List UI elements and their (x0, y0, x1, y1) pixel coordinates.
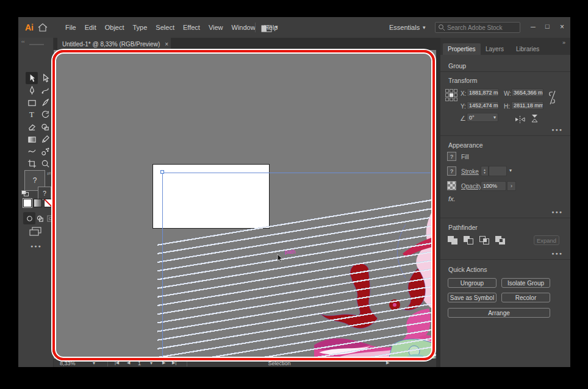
striped-artwork[interactable] (157, 183, 436, 359)
panel-expand-icon[interactable]: » (562, 40, 565, 46)
first-artboard-icon[interactable]: |◀ (115, 360, 119, 365)
y-value-field[interactable]: 1452,474 m (467, 101, 499, 110)
flip-horizontal-icon[interactable] (515, 115, 525, 126)
maximize-button[interactable]: □ (545, 23, 550, 30)
toolbar-more-icon[interactable]: ●●● (30, 244, 42, 248)
link-dimensions-icon[interactable] (548, 89, 557, 109)
paintbrush-tool[interactable] (39, 96, 51, 109)
w-value-field[interactable]: 3654,366 m (511, 88, 543, 97)
home-icon[interactable] (38, 23, 48, 34)
canvas[interactable]: path (54, 50, 436, 359)
menu-object[interactable]: Object (101, 24, 129, 31)
pathfinder-minus-front-button[interactable] (464, 236, 474, 245)
reference-point-selector[interactable] (445, 89, 457, 101)
collapse-panel-icon[interactable]: ‹‹ (21, 39, 24, 45)
save-as-symbol-button[interactable]: Save as Symbol (448, 293, 497, 302)
menu-select[interactable]: Select (151, 24, 179, 31)
artboard-number[interactable]: 1 (138, 360, 141, 366)
tab-properties[interactable]: Properties (443, 43, 481, 55)
opacity-swatch[interactable] (447, 181, 456, 190)
stroke-label[interactable]: Stroke (461, 168, 479, 175)
stroke-weight-chevron-icon[interactable]: ▾ (509, 168, 512, 173)
arrange-documents-chevron-icon[interactable]: ▾ (275, 24, 278, 30)
appearance-stroke-swatch[interactable]: ? (447, 166, 456, 176)
zoom-tool[interactable] (39, 157, 51, 170)
opacity-label[interactable]: Opacity (461, 183, 482, 190)
rotate-tool[interactable] (39, 109, 51, 121)
swap-fill-stroke-icon[interactable]: ⇄ (47, 171, 51, 176)
rotation-select[interactable]: 0° ▾ (467, 113, 498, 122)
appearance-fill-swatch[interactable]: ? (447, 152, 456, 161)
panel-divider[interactable] (436, 38, 440, 367)
eraser-tool[interactable] (26, 121, 38, 133)
color-swatch-button[interactable] (23, 199, 32, 207)
default-fill-stroke-icon[interactable] (21, 188, 29, 199)
gradient-swatch-button[interactable] (34, 199, 42, 207)
isolate-group-button[interactable]: Isolate Group (501, 278, 550, 288)
document-tab[interactable]: Untitled-1* @ 8,33% (RGB/Preview) × (57, 38, 171, 50)
status-play-icon[interactable]: ▶ (386, 360, 389, 365)
width-tool[interactable] (26, 145, 38, 157)
h-value-field[interactable]: 2811,18 mm (511, 101, 543, 110)
symbol-sprayer-tool[interactable] (39, 145, 51, 157)
zoom-level[interactable]: 8,33% (60, 360, 76, 366)
stroke-color-indicator[interactable]: ? (38, 187, 51, 200)
flip-vertical-icon[interactable] (531, 113, 539, 126)
artboard-tool[interactable] (26, 157, 38, 170)
titlebar-divider (255, 23, 256, 32)
x-value-field[interactable]: 1881,872 m (467, 88, 499, 97)
zoom-chevron-icon[interactable]: ▾ (93, 360, 95, 366)
direct-selection-tool[interactable] (39, 72, 51, 84)
next-artboard-icon[interactable]: ▶ (162, 360, 165, 365)
menu-type[interactable]: Type (129, 24, 152, 31)
pathfinder-unite-button[interactable] (448, 236, 458, 245)
fx-effects-button[interactable]: fx. (448, 195, 456, 202)
selection-tool[interactable] (26, 72, 38, 84)
panel-tab-bar: Properties Layers Libraries » (440, 38, 570, 55)
pathfinder-more-icon[interactable]: ●●● (551, 251, 563, 255)
stroke-weight-field[interactable] (489, 166, 507, 176)
selection-anchor-handle[interactable] (160, 170, 164, 174)
artboard-chevron-icon[interactable]: ▾ (150, 360, 152, 366)
menu-edit[interactable]: Edit (81, 24, 101, 31)
screen-mode-icon[interactable] (29, 227, 41, 238)
last-artboard-icon[interactable]: ▶| (172, 360, 176, 365)
opacity-value-field[interactable]: 100% (481, 181, 506, 191)
curvature-tool[interactable] (39, 84, 51, 96)
arrange-button[interactable]: Arrange (448, 308, 550, 318)
illustrator-window: Ai File Edit Object Type Select Effect V… (18, 17, 570, 367)
workspace-switcher[interactable]: Essentials (389, 24, 420, 31)
pathfinder-expand-button[interactable]: Expand (534, 235, 559, 245)
type-tool[interactable]: T (26, 109, 38, 121)
previous-artboard-icon[interactable]: ◀ (127, 360, 130, 365)
menu-effect[interactable]: Effect (179, 24, 204, 31)
gradient-tool[interactable] (26, 133, 38, 145)
opacity-options-button[interactable]: › (507, 181, 516, 191)
transform-more-icon[interactable]: ●●● (551, 127, 563, 132)
tab-libraries[interactable]: Libraries (511, 43, 544, 55)
pencil-tool[interactable] (39, 133, 51, 145)
panel-drag-handle[interactable] (29, 44, 44, 45)
rectangle-tool[interactable] (26, 96, 38, 109)
tab-close-icon[interactable]: × (165, 41, 168, 48)
pen-tool[interactable] (26, 84, 38, 96)
shape-builder-tool[interactable] (39, 121, 51, 133)
arrange-documents-icon[interactable] (261, 24, 272, 35)
pathfinder-intersect-button[interactable] (479, 236, 490, 245)
stroke-weight-stepper[interactable]: ▴ ▾ (481, 166, 489, 176)
adobe-stock-search[interactable] (435, 22, 520, 33)
tab-layers[interactable]: Layers (481, 43, 509, 55)
none-swatch-button[interactable] (44, 199, 52, 207)
recolor-button[interactable]: Recolor (501, 293, 550, 302)
search-input[interactable] (447, 24, 514, 31)
pathfinder-exclude-button[interactable] (495, 236, 506, 245)
appearance-more-icon[interactable]: ●●● (551, 210, 563, 214)
workspace-chevron-icon[interactable]: ▾ (423, 24, 426, 30)
menu-file[interactable]: File (61, 24, 81, 31)
minimize-button[interactable]: ─ (531, 23, 536, 30)
menu-view[interactable]: View (204, 24, 228, 31)
stepper-down-icon[interactable]: ▾ (484, 171, 486, 174)
ungroup-button[interactable]: Ungroup (448, 278, 497, 288)
close-window-button[interactable]: × (560, 23, 564, 31)
section-divider (440, 71, 570, 72)
